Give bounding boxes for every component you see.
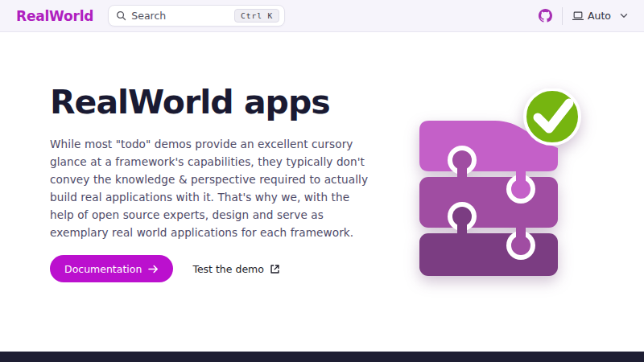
- github-icon[interactable]: [539, 9, 552, 23]
- page-title: RealWorld apps: [50, 83, 388, 121]
- search-shortcut-badge: Ctrl K: [234, 9, 279, 23]
- top-navbar: RealWorld Search Ctrl K Auto: [0, 0, 644, 32]
- test-demo-link-label: Test the demo: [192, 263, 264, 275]
- hero-description: While most "todo" demos provide an excel…: [50, 135, 375, 241]
- brand-logo[interactable]: RealWorld: [16, 8, 93, 24]
- search-placeholder: Search: [131, 10, 234, 22]
- theme-switcher[interactable]: Auto: [572, 10, 628, 22]
- footer-bar: [0, 352, 644, 362]
- external-link-icon: [270, 264, 280, 274]
- check-badge: [525, 89, 580, 144]
- search-input[interactable]: Search Ctrl K: [108, 5, 285, 27]
- puzzle-piece-middle: [419, 177, 558, 228]
- arrow-right-icon: [148, 265, 159, 274]
- documentation-button-label: Documentation: [64, 263, 142, 275]
- header-divider: [562, 7, 563, 25]
- theme-selected-value: Auto: [588, 10, 611, 22]
- puzzle-piece-bottom: [419, 233, 558, 276]
- realworld-puzzle-logo: [418, 88, 584, 283]
- laptop-icon: [572, 11, 584, 21]
- documentation-button[interactable]: Documentation: [50, 255, 173, 282]
- test-demo-link[interactable]: Test the demo: [192, 263, 280, 275]
- chevron-down-icon: [620, 13, 628, 19]
- search-icon: [116, 10, 126, 21]
- hero-section: RealWorld apps While most "todo" demos p…: [50, 83, 388, 282]
